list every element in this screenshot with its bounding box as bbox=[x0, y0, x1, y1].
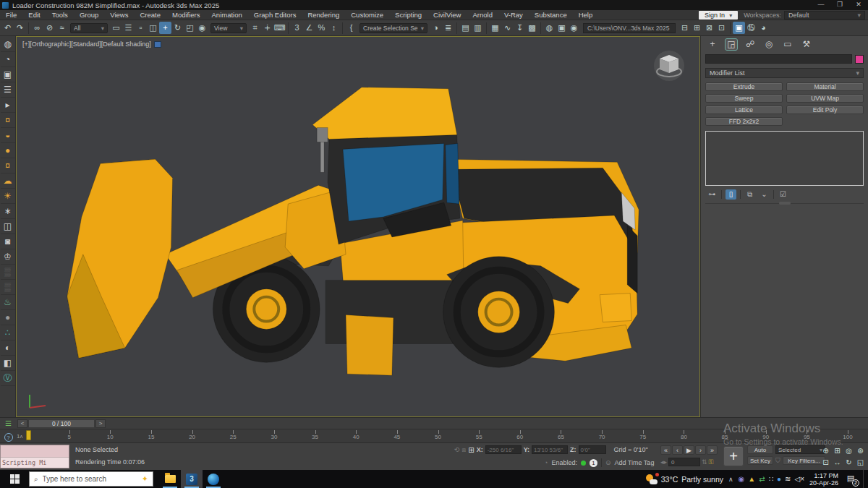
viewport-label[interactable]: [+][Orthographic][Standard][Default Shad… bbox=[22, 40, 161, 48]
vray-color-picker-icon[interactable]: ∴ bbox=[1, 325, 15, 341]
weather-widget[interactable]: 33°C Partly sunny bbox=[646, 474, 723, 484]
menu-item[interactable]: Customize bbox=[345, 10, 389, 20]
vray-material-sphere-icon[interactable]: ● bbox=[1, 310, 15, 325]
vray-gi-icon[interactable]: ♨ bbox=[1, 295, 15, 310]
maximize-viewport-icon[interactable]: ◱ bbox=[855, 457, 866, 468]
set-key-button[interactable]: Set Key bbox=[747, 456, 773, 465]
vray-camera-icon[interactable]: ▸ bbox=[1, 98, 15, 113]
play-icon[interactable]: ▶ bbox=[684, 445, 694, 455]
vray-sun-icon[interactable]: ☀ bbox=[1, 189, 15, 204]
select-scale-icon[interactable]: ◰ bbox=[184, 22, 196, 34]
use-pivot-center-icon[interactable]: ⌗ bbox=[249, 22, 261, 34]
modifier-button[interactable]: Lattice bbox=[705, 106, 783, 114]
snap-3d-toggle-icon[interactable]: 3 bbox=[291, 22, 303, 34]
vray-dome-light-icon[interactable]: ◒ bbox=[1, 128, 15, 143]
enabled-indicator[interactable] bbox=[581, 461, 586, 466]
select-link-icon[interactable]: ∞ bbox=[31, 22, 43, 34]
menu-item[interactable]: Modifiers bbox=[166, 10, 206, 20]
tab-display[interactable]: ▭ bbox=[782, 39, 793, 50]
scene-explorer-icon[interactable]: ▤ bbox=[459, 22, 472, 34]
key-icon[interactable]: ⚿ bbox=[709, 458, 714, 466]
vray-teapot-icon[interactable]: ◍ bbox=[1, 37, 15, 52]
menu-item[interactable]: Graph Editors bbox=[248, 10, 302, 20]
vray-display-icon[interactable]: ◧ bbox=[1, 356, 15, 371]
vray-sun-sky-icon[interactable]: ☁ bbox=[1, 174, 15, 189]
key-filters-button[interactable]: Key Filters... bbox=[783, 456, 825, 465]
restore-button[interactable]: ❐ bbox=[830, 0, 849, 10]
vray-logo-icon[interactable]: Ⓥ bbox=[1, 371, 15, 386]
rendered-frame-icon[interactable]: ▣ bbox=[556, 22, 568, 34]
show-desktop-button[interactable] bbox=[863, 470, 867, 488]
menu-item[interactable]: V-Ray bbox=[498, 10, 529, 20]
pan-icon[interactable]: ↔ bbox=[832, 457, 843, 468]
tab-modify[interactable]: ◲ bbox=[726, 39, 737, 50]
vray-proxy-icon[interactable]: ◫ bbox=[1, 219, 15, 234]
go-to-start-icon[interactable]: « bbox=[660, 445, 671, 455]
next-frame-icon[interactable]: › bbox=[695, 445, 706, 455]
menu-item[interactable]: Animation bbox=[206, 10, 248, 20]
show-end-result-icon[interactable]: ▯ bbox=[726, 189, 736, 200]
anim-layer-count[interactable]: 1 bbox=[590, 459, 597, 467]
browser-tray-icon[interactable]: ● bbox=[777, 474, 781, 485]
modifier-button[interactable]: FFD 2x2x2 bbox=[705, 117, 783, 126]
vray-disabled-tool2-icon[interactable]: ▒ bbox=[1, 280, 15, 295]
menu-item[interactable]: Edit bbox=[22, 10, 46, 20]
menu-item[interactable]: File bbox=[0, 10, 22, 20]
project-path-field[interactable]: C:\Users\ONV...3ds Max 2025 bbox=[583, 23, 676, 33]
key-filter-paw-icon[interactable]: ⛉ bbox=[775, 457, 780, 465]
vray-plane-light-icon[interactable]: ¤ bbox=[1, 158, 15, 174]
tab-create[interactable]: + bbox=[707, 39, 718, 50]
sync-tray-icon[interactable]: ⇄ bbox=[759, 474, 765, 485]
go-to-end-icon[interactable]: » bbox=[707, 445, 718, 455]
menu-item[interactable]: Views bbox=[104, 10, 134, 20]
time-slider-marker[interactable] bbox=[26, 430, 31, 440]
select-by-name-icon[interactable]: ☰ bbox=[122, 22, 135, 34]
angle-snap-icon[interactable]: ∠ bbox=[303, 22, 315, 34]
vray-sphere-light-icon[interactable]: ● bbox=[1, 143, 15, 158]
vray-palette-icon[interactable]: ◐ bbox=[1, 341, 15, 356]
menu-item[interactable]: Create bbox=[134, 10, 166, 20]
z-field[interactable]: 0'0" bbox=[579, 445, 606, 454]
object-color-swatch[interactable] bbox=[855, 55, 864, 64]
add-time-tag[interactable]: Add Time Tag bbox=[615, 459, 655, 466]
tab-hierarchy[interactable]: ☍ bbox=[744, 39, 756, 50]
taskbar-search[interactable]: ⌕ Type here to search ✦ bbox=[29, 471, 153, 487]
unlink-icon[interactable]: ⊘ bbox=[43, 22, 56, 34]
curve-editor-icon[interactable]: ∿ bbox=[501, 22, 514, 34]
vray-frame-buffer-icon[interactable]: ▣ bbox=[1, 67, 15, 82]
vray-light-icon[interactable]: ¤ bbox=[1, 113, 15, 128]
modifier-button[interactable]: Extrude bbox=[705, 82, 783, 91]
vray-disabled-tool-icon[interactable]: ▒ bbox=[1, 265, 15, 280]
browser-taskbar-button[interactable] bbox=[203, 470, 224, 488]
named-sets-dropdown[interactable]: Create Selection Se bbox=[359, 23, 427, 33]
help-icon[interactable]: ? bbox=[4, 433, 13, 442]
make-unique-icon[interactable]: ⧉ bbox=[744, 189, 755, 200]
grid-tray-icon[interactable]: ∷ bbox=[769, 474, 773, 485]
prev-frame-arrow[interactable]: < bbox=[17, 419, 27, 428]
percent-snap-icon[interactable]: % bbox=[315, 22, 328, 34]
set-keys-button[interactable]: + bbox=[723, 446, 744, 466]
taskbar-clock[interactable]: 1:17 PM 20-Apr-26 bbox=[809, 472, 838, 487]
key-mode-icon[interactable]: ◂▸ bbox=[660, 458, 667, 466]
next-frame-arrow[interactable]: > bbox=[95, 419, 106, 428]
view-cube[interactable] bbox=[652, 48, 686, 83]
configure-modifier-sets-icon[interactable]: ☑ bbox=[778, 189, 788, 200]
layer-explorer-icon[interactable]: ▥ bbox=[472, 22, 484, 34]
maxscript-mini-listener[interactable]: Scripting Mi bbox=[0, 445, 69, 468]
project-folder-icon[interactable]: ⊟ bbox=[678, 22, 691, 34]
file-explorer-button[interactable] bbox=[159, 470, 181, 488]
menu-item[interactable]: Help bbox=[573, 10, 599, 20]
tab-motion[interactable]: ◎ bbox=[763, 39, 775, 50]
modifier-button[interactable]: Sweep bbox=[705, 94, 783, 103]
absolute-mode-icon[interactable]: ⊞ bbox=[468, 446, 474, 454]
object-name-field[interactable] bbox=[705, 54, 852, 64]
auto-key-button[interactable]: Auto Key bbox=[747, 445, 773, 454]
mirror-icon[interactable]: ◑ bbox=[430, 22, 442, 34]
zoom-icon[interactable]: ⊕ bbox=[820, 445, 831, 456]
menu-item[interactable]: Rendering bbox=[302, 10, 345, 20]
select-move-icon[interactable]: + bbox=[159, 22, 171, 34]
panel-divider[interactable] bbox=[705, 203, 864, 204]
track-bar[interactable]: ? 1ᴧ 05101520253035404550556065707580859… bbox=[0, 429, 868, 442]
bind-spacewarp-icon[interactable]: ≈ bbox=[56, 22, 68, 34]
menu-item[interactable]: Substance bbox=[529, 10, 573, 20]
